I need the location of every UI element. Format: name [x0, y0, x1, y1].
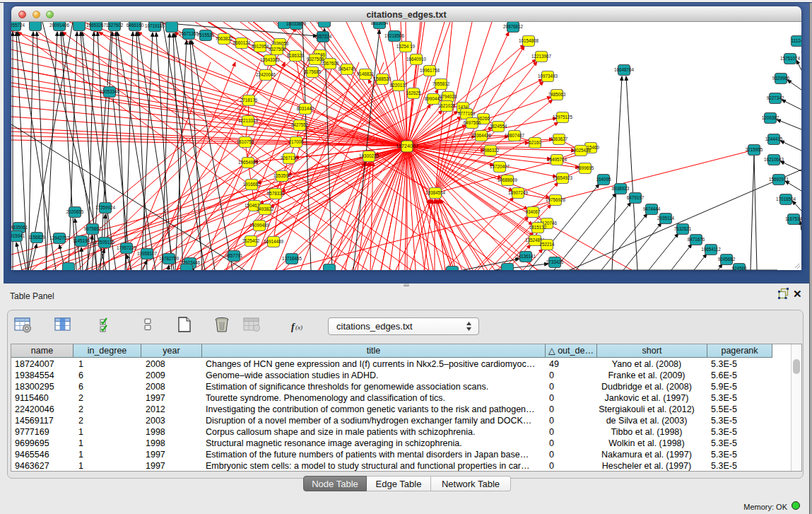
svg-text:14099489: 14099489 — [249, 223, 270, 228]
svg-text:1353594: 1353594 — [273, 173, 291, 178]
svg-text:7357224: 7357224 — [314, 34, 332, 39]
svg-text:9794028: 9794028 — [440, 94, 457, 99]
svg-text:15720407: 15720407 — [490, 164, 510, 169]
svg-text:10543382: 10543382 — [260, 57, 281, 62]
svg-text:17957225: 17957225 — [117, 245, 137, 250]
svg-text:62160: 62160 — [529, 140, 541, 145]
svg-text:6466160: 6466160 — [126, 23, 144, 28]
svg-text:13716485: 13716485 — [282, 256, 302, 261]
svg-text:18907249: 18907249 — [508, 190, 529, 195]
svg-text:1815132: 1815132 — [529, 225, 547, 230]
svg-text:12213967: 12213967 — [531, 54, 552, 59]
svg-text:9146821: 9146821 — [357, 71, 375, 76]
svg-text:10961758: 10961758 — [420, 68, 440, 73]
svg-text:1156829: 1156829 — [28, 235, 46, 240]
svg-text:16033809: 16033809 — [286, 22, 307, 26]
svg-text:3824554: 3824554 — [490, 124, 507, 129]
svg-text:6479197: 6479197 — [627, 195, 645, 200]
svg-text:10958107: 10958107 — [137, 251, 158, 256]
svg-text:6497566: 6497566 — [464, 120, 481, 125]
svg-text:1621025: 1621025 — [438, 103, 456, 108]
svg-text:1209387: 1209387 — [762, 115, 779, 120]
svg-text:8938923: 8938923 — [612, 186, 630, 191]
svg-text:8912954: 8912954 — [252, 44, 269, 49]
svg-text:1363627: 1363627 — [551, 136, 568, 141]
svg-text:7955812: 7955812 — [433, 81, 450, 86]
svg-text:1527602: 1527602 — [106, 23, 124, 28]
svg-text:8454749: 8454749 — [339, 66, 356, 71]
svg-text:10653267: 10653267 — [86, 23, 107, 28]
svg-text:(x): (x) — [295, 324, 302, 331]
svg-text:19384554: 19384554 — [425, 190, 446, 195]
svg-text:217006: 217006 — [288, 139, 304, 144]
svg-text:3915941: 3915941 — [11, 233, 25, 238]
svg-text:8031440: 8031440 — [297, 106, 314, 111]
svg-text:19756928: 19756928 — [546, 197, 566, 202]
svg-text:18724007: 18724007 — [396, 143, 418, 149]
svg-text:8813054: 8813054 — [371, 22, 389, 25]
svg-text:9777169: 9777169 — [458, 111, 476, 116]
svg-text:10654112: 10654112 — [701, 247, 721, 252]
svg-text:2367608: 2367608 — [322, 61, 339, 66]
svg-text:9329966: 9329966 — [772, 76, 790, 81]
svg-text:9427552: 9427552 — [291, 122, 309, 127]
svg-text:20091406: 20091406 — [49, 23, 70, 28]
svg-text:12213319: 12213319 — [238, 118, 259, 123]
svg-text:7986322: 7986322 — [482, 148, 500, 153]
svg-text:2020655: 2020655 — [66, 209, 84, 214]
svg-text:16210643: 16210643 — [764, 157, 784, 162]
svg-text:10719185: 10719185 — [145, 23, 165, 28]
svg-text:8660124: 8660124 — [233, 40, 251, 45]
svg-text:8186328: 8186328 — [287, 53, 305, 58]
svg-text:10688609: 10688609 — [498, 177, 518, 182]
svg-text:9227342: 9227342 — [767, 95, 784, 100]
svg-text:10154808: 10154808 — [519, 38, 539, 43]
svg-text:17016504: 17016504 — [776, 197, 796, 201]
svg-text:14136141: 14136141 — [516, 254, 536, 259]
svg-text:1588520: 1588520 — [374, 76, 392, 81]
svg-text:7625402: 7625402 — [242, 238, 260, 243]
svg-text:162625: 162625 — [406, 90, 421, 95]
svg-text:10973493: 10973493 — [538, 74, 558, 78]
svg-text:7515526: 7515526 — [197, 33, 215, 37]
svg-text:3493822: 3493822 — [257, 206, 274, 211]
svg-text:3175685: 3175685 — [304, 69, 322, 74]
svg-text:15495764: 15495764 — [547, 157, 567, 162]
svg-text:1916682: 1916682 — [243, 182, 261, 187]
svg-text:20876812: 20876812 — [503, 24, 524, 29]
svg-text:10025438: 10025438 — [571, 148, 592, 153]
svg-text:1167534: 1167534 — [785, 216, 801, 221]
svg-text:16640910: 16640910 — [406, 57, 427, 62]
svg-text:9857791: 9857791 — [225, 253, 243, 258]
svg-text:2935114: 2935114 — [657, 216, 675, 221]
svg-text:13254 19: 13254 19 — [396, 44, 416, 49]
svg-text:7663822: 7663822 — [216, 36, 233, 41]
svg-text:9327509: 9327509 — [269, 47, 286, 52]
svg-text:164095: 164095 — [596, 177, 611, 182]
svg-text:934067: 934067 — [525, 209, 541, 214]
svg-text:13654923: 13654923 — [553, 175, 573, 180]
svg-text:16648764: 16648764 — [614, 67, 635, 72]
svg-text:1733426: 1733426 — [546, 259, 564, 264]
svg-text:5578334: 5578334 — [267, 191, 285, 196]
svg-text:10807487: 10807487 — [505, 133, 525, 138]
svg-text:1244415: 1244415 — [765, 136, 783, 141]
svg-text:1810755: 1810755 — [237, 139, 254, 144]
svg-text:20364436: 20364436 — [471, 133, 492, 138]
svg-text:1145194: 1145194 — [73, 238, 90, 243]
svg-text:9899695: 9899695 — [577, 165, 594, 170]
svg-text:16782759: 16782759 — [159, 256, 180, 261]
svg-text:7632621: 7632621 — [674, 226, 692, 231]
svg-text:19654985: 19654985 — [238, 160, 259, 165]
svg-text:15751074: 15751074 — [780, 56, 801, 61]
svg-text:17359924: 17359924 — [95, 205, 116, 210]
svg-text:252214: 252214 — [539, 242, 555, 247]
svg-text:11124: 11124 — [792, 38, 801, 43]
svg-text:924560: 924560 — [731, 266, 747, 270]
svg-text:16914489: 16914489 — [264, 239, 284, 244]
svg-text:8471676: 8471676 — [688, 237, 705, 242]
svg-text:3267130: 3267130 — [281, 156, 298, 160]
svg-text:22420046: 22420046 — [256, 72, 276, 77]
svg-text:15692971: 15692971 — [769, 177, 789, 182]
svg-text:3215955: 3215955 — [746, 147, 763, 152]
